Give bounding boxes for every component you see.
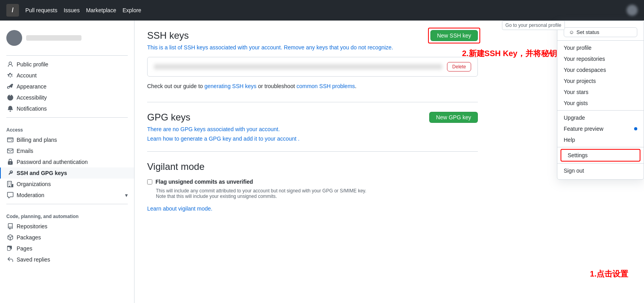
your-gists-link[interactable]: Your gists — [557, 98, 644, 109]
feature-preview-dot — [634, 127, 637, 130]
sidebar-section-access: Access — [0, 121, 134, 134]
new-ssh-btn-wrapper: New SSH key — [430, 30, 478, 41]
sidebar-item-label: Repositories — [17, 223, 47, 230]
moderation-icon — [7, 192, 13, 198]
settings-link[interactable]: Settings — [561, 150, 640, 161]
sidebar-item-label: Public profile — [17, 61, 48, 68]
credit-card-icon — [7, 137, 13, 143]
sidebar-item-label: Billing and plans — [17, 137, 57, 143]
lock-icon — [7, 159, 13, 165]
sidebar-item-billing[interactable]: Billing and plans — [0, 134, 134, 145]
sidebar-user — [0, 27, 134, 52]
gear-icon — [7, 72, 13, 79]
your-projects-link[interactable]: Your projects — [557, 75, 644, 87]
sidebar-item-ssh-gpg[interactable]: SSH and GPG keys — [0, 167, 134, 179]
delete-key-button[interactable]: Delete — [447, 62, 471, 72]
common-ssh-problems-link[interactable]: common SSH problems — [296, 83, 355, 89]
feature-preview-row[interactable]: Feature preview — [557, 123, 644, 134]
sidebar-item-packages[interactable]: Packages — [0, 232, 134, 243]
ssh-keys-box: Delete — [147, 57, 478, 77]
sidebar-item-label: Emails — [17, 148, 33, 154]
ssh-key-row: Delete — [148, 57, 477, 76]
your-repositories-link[interactable]: Your repositories — [557, 53, 644, 64]
sidebar-item-notifications[interactable]: Notifications — [0, 103, 134, 114]
sidebar-item-label: Notifications — [17, 105, 47, 112]
sidebar-item-organizations[interactable]: Organizations — [0, 179, 134, 190]
your-profile-link[interactable]: Your profile — [557, 42, 644, 53]
topnav-issues[interactable]: Issues — [64, 7, 80, 13]
topnav-right — [627, 5, 638, 16]
your-codespaces-link[interactable]: Your codespaces — [557, 64, 644, 75]
github-logo[interactable]: / — [6, 4, 19, 17]
sidebar-item-accessibility[interactable]: Accessibility — [0, 92, 134, 103]
sidebar-item-label: SSH and GPG keys — [17, 170, 67, 176]
guide-text: Check out our guide to generating SSH ke… — [147, 83, 478, 89]
new-gpg-key-button[interactable]: New GPG key — [429, 112, 478, 123]
sidebar-item-label: Organizations — [17, 181, 51, 187]
sidebar-item-account[interactable]: Account — [0, 70, 134, 81]
sidebar-item-label: Accessibility — [17, 94, 47, 101]
avatar — [6, 30, 22, 46]
mail-icon — [7, 148, 13, 154]
layout: Public profile Account Appearance Access… — [0, 21, 644, 303]
sidebar-item-moderation[interactable]: Moderation ▾ — [0, 190, 134, 201]
personal-profile-tooltip: Go to your personal profile — [502, 21, 565, 30]
pages-icon — [7, 245, 13, 252]
smiley-icon: ☺ — [569, 29, 574, 35]
chevron-down-icon: ▾ — [125, 192, 128, 198]
dropdown-divider-1 — [557, 110, 644, 111]
upgrade-link[interactable]: Upgrade — [557, 112, 644, 123]
dropdown-divider-2 — [557, 147, 644, 147]
topnav-marketplace[interactable]: Marketplace — [86, 7, 116, 13]
vigilant-desc-2: Note that this will include your existin… — [156, 194, 478, 199]
topnav-pull-requests[interactable]: Pull requests — [25, 7, 57, 13]
sidebar-item-label: Moderation — [17, 192, 44, 198]
set-status-button[interactable]: ☺ Set status — [564, 27, 637, 37]
topnav-explore[interactable]: Explore — [123, 7, 141, 13]
gpg-section-header: GPG keys New GPG key — [147, 112, 478, 123]
topnav-avatar[interactable] — [627, 5, 638, 16]
help-link[interactable]: Help — [557, 134, 644, 145]
vigilant-checkbox-row: Flag unsigned commits as unverified — [147, 179, 478, 185]
vigilant-title: Vigilant mode — [147, 161, 478, 172]
paintbrush-icon — [7, 83, 13, 90]
sidebar-item-label: Appearance — [17, 83, 47, 90]
generating-ssh-keys-link[interactable]: generating SSH keys — [205, 83, 257, 89]
sidebar-item-pages[interactable]: Pages — [0, 243, 134, 254]
section-divider-2 — [147, 151, 478, 152]
user-dropdown: ☺ Set status Your profile Your repositor… — [557, 21, 644, 180]
guide-prefix: Check out our guide to — [147, 83, 205, 89]
accessibility-icon — [7, 94, 13, 101]
gpg-learn-link[interactable]: Learn how to generate a GPG key and add … — [147, 136, 299, 142]
sidebar-item-label: Packages — [17, 234, 41, 241]
sidebar: Public profile Account Appearance Access… — [0, 21, 134, 303]
sidebar-item-repositories[interactable]: Repositories — [0, 221, 134, 232]
settings-highlight-box: Settings — [561, 149, 640, 162]
vigilant-checkbox-label[interactable]: Flag unsigned commits as unverified — [155, 179, 253, 185]
your-stars-link[interactable]: Your stars — [557, 87, 644, 98]
key-icon — [7, 170, 13, 176]
vigilant-desc-1: This will include any commit attributed … — [156, 188, 478, 194]
main-content: SSH keys New SSH key This is a list of S… — [134, 21, 491, 221]
sign-out-link[interactable]: Sign out — [557, 165, 644, 176]
sidebar-item-emails[interactable]: Emails — [0, 145, 134, 156]
vigilant-learn-link[interactable]: Learn about vigilant mode. — [147, 205, 212, 212]
package-icon — [7, 234, 13, 241]
sidebar-item-public-profile[interactable]: Public profile — [0, 59, 134, 70]
topnav-links: Pull requests Issues Marketplace Explore — [25, 7, 141, 13]
new-ssh-key-button[interactable]: New SSH key — [430, 30, 478, 41]
key-info-blurred — [154, 64, 442, 70]
sidebar-item-saved-replies[interactable]: Saved replies — [0, 254, 134, 265]
vigilant-checkbox[interactable] — [147, 179, 152, 184]
gpg-learn-text: Learn how to generate a GPG key and add … — [147, 136, 478, 142]
vigilant-section: Vigilant mode Flag unsigned commits as u… — [147, 161, 478, 212]
sidebar-divider — [6, 55, 128, 56]
topnav: / Pull requests Issues Marketplace Explo… — [0, 0, 644, 21]
sidebar-item-label: Account — [17, 72, 37, 79]
ssh-section-header: SSH keys New SSH key — [147, 30, 478, 41]
sidebar-item-label: Password and authentication — [17, 159, 88, 165]
sidebar-divider-3 — [6, 204, 128, 204]
sidebar-item-password[interactable]: Password and authentication — [0, 156, 134, 167]
sidebar-item-appearance[interactable]: Appearance — [0, 81, 134, 92]
organizations-icon — [7, 181, 13, 187]
